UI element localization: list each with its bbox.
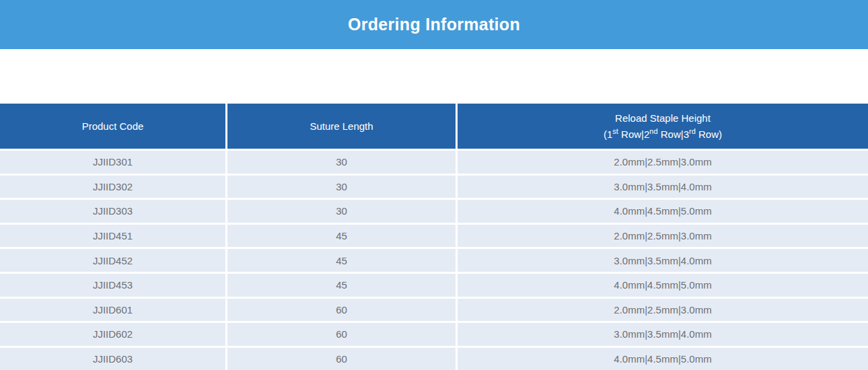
- suture-length-cell: 60: [227, 323, 456, 346]
- product-code-cell: JJIID602: [0, 323, 225, 346]
- staple-height-cell: 4.0mm|4.5mm|5.0mm: [458, 348, 868, 370]
- suture-length-cell: 45: [227, 274, 456, 297]
- column-header-product-code: Product Code: [0, 104, 225, 149]
- staple-height-cell: 2.0mm|2.5mm|3.0mm: [458, 151, 868, 174]
- ordering-table: Product Code Suture Length Reload Staple…: [0, 104, 868, 370]
- column-header-staple-height: Reload Staple Height (1st Row|2nd Row|3r…: [458, 104, 868, 149]
- staple-height-cell: 3.0mm|3.5mm|4.0mm: [458, 249, 868, 272]
- suture-length-cell: 30: [227, 200, 456, 223]
- product-code-cell: JJIID301: [0, 151, 225, 174]
- product-code-cell: JJIID603: [0, 348, 225, 370]
- staple-height-cell: 2.0mm|2.5mm|3.0mm: [458, 299, 868, 322]
- suture-length-cell: 30: [227, 151, 456, 174]
- suture-length-cell: 45: [227, 225, 456, 248]
- product-code-cell: JJIID451: [0, 225, 225, 248]
- staple-height-cell: 3.0mm|3.5mm|4.0mm: [458, 323, 868, 346]
- ordering-table-section: Product Code Suture Length Reload Staple…: [0, 104, 868, 370]
- suture-length-cell: 60: [227, 348, 456, 370]
- suture-length-cell: 60: [227, 299, 456, 322]
- column-header-suture-length: Suture Length: [227, 104, 456, 149]
- column-header-staple-line1: Reload Staple Height: [615, 113, 711, 123]
- suture-length-cell: 30: [227, 176, 456, 198]
- page-header-banner: Ordering Information: [0, 0, 868, 49]
- product-code-cell: JJIID303: [0, 200, 225, 223]
- product-code-cell: JJIID302: [0, 176, 225, 198]
- suture-length-cell: 45: [227, 249, 456, 272]
- column-header-staple-line2: (1st Row|2nd Row|3rd Row): [604, 129, 722, 139]
- product-code-cell: JJIID452: [0, 249, 225, 272]
- staple-height-cell: 4.0mm|4.5mm|5.0mm: [458, 200, 868, 223]
- staple-height-cell: 2.0mm|2.5mm|3.0mm: [458, 225, 868, 248]
- staple-height-cell: 3.0mm|3.5mm|4.0mm: [458, 176, 868, 198]
- product-code-cell: JJIID601: [0, 299, 225, 322]
- page-title: Ordering Information: [348, 15, 520, 34]
- staple-height-cell: 4.0mm|4.5mm|5.0mm: [458, 274, 868, 297]
- product-code-cell: JJIID453: [0, 274, 225, 297]
